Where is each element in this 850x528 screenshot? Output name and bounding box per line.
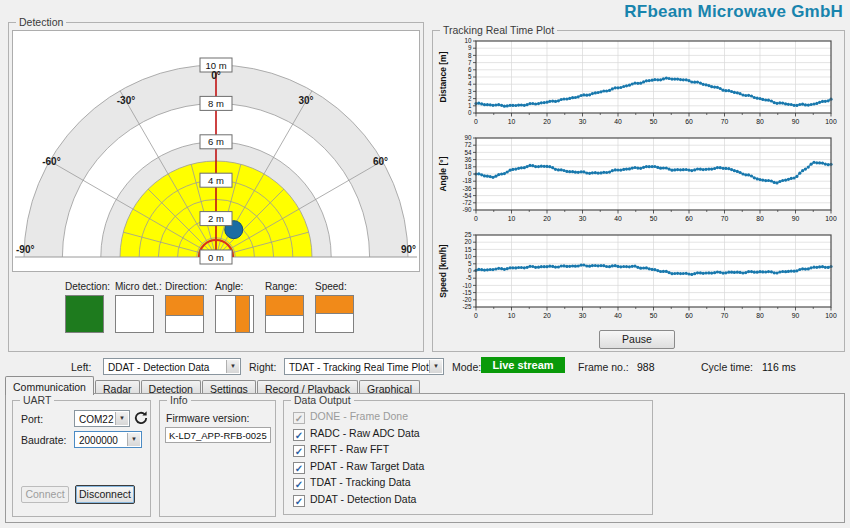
y-axis-title: Distance [m] [438, 51, 448, 102]
firmware-version-label: Firmware version: [166, 412, 249, 424]
firmware-version-value: K-LD7_APP-RFB-0025 [165, 427, 271, 443]
indicator-item: Direction: [165, 281, 204, 333]
indicator-label: Detection: [65, 281, 104, 295]
chart2-svg: -25-20-15-10-505101520250102030405060708… [436, 232, 841, 326]
baudrate-select[interactable]: 2000000 ▼ [74, 431, 142, 448]
checkbox-rfft[interactable]: ✓RFFT - Raw FFT [293, 443, 389, 457]
svg-text:1: 1 [468, 102, 472, 109]
svg-text:40: 40 [614, 215, 622, 222]
tab-communication[interactable]: Communication [5, 376, 94, 395]
checkbox-pdat[interactable]: ✓PDAT - Raw Target Data [293, 460, 424, 474]
svg-text:10: 10 [464, 38, 472, 44]
svg-text:60: 60 [685, 312, 693, 319]
info-group-title: Info [167, 394, 191, 406]
svg-text:0: 0 [468, 267, 472, 274]
svg-text:50: 50 [650, 312, 658, 319]
pause-button[interactable]: Pause [599, 330, 675, 349]
range-ring-label: 0 m [208, 252, 224, 263]
checkbox-tdat[interactable]: ✓TDAT - Tracking Data [293, 476, 411, 490]
indicator-label: Angle: [215, 281, 254, 295]
svg-text:60: 60 [685, 215, 693, 222]
indicator-box [315, 295, 354, 333]
y-axis-title: Speed [km/h] [438, 244, 448, 298]
indicator-box [165, 295, 204, 333]
checkbox-radc[interactable]: ✓RADC - Raw ADC Data [293, 427, 420, 441]
connect-button[interactable]: Connect [21, 486, 69, 503]
indicator-item: Speed: [315, 281, 354, 333]
checkbox-label: RFFT - Raw FFT [310, 443, 389, 455]
radar-svg: 10 m8 m6 m4 m2 m0 m0°-30°30°-60°60°-90°9… [13, 31, 419, 271]
svg-text:18: 18 [464, 163, 472, 170]
right-plot-label: Right: [249, 361, 276, 373]
svg-text:90: 90 [792, 118, 800, 125]
dropdown-arrow-icon: ▼ [115, 412, 128, 425]
svg-text:20: 20 [543, 215, 551, 222]
svg-text:20: 20 [543, 312, 551, 319]
angle-chart: -90-72-54-36-180183654729001020304050607… [436, 135, 841, 229]
svg-text:70: 70 [721, 118, 729, 125]
svg-text:9: 9 [468, 44, 472, 51]
checkbox-done: ✓DONE - Frame Done [293, 410, 408, 424]
svg-text:100: 100 [825, 215, 837, 222]
svg-text:40: 40 [614, 118, 622, 125]
port-select[interactable]: COM22 ▼ [74, 410, 130, 427]
checkbox-icon: ✓ [293, 478, 305, 490]
indicator-item: Angle: [215, 281, 254, 333]
svg-text:80: 80 [756, 118, 764, 125]
svg-text:60: 60 [685, 118, 693, 125]
svg-text:80: 80 [756, 215, 764, 222]
left-plot-label: Left: [71, 361, 91, 373]
svg-text:8: 8 [468, 52, 472, 59]
angle-label: 30° [298, 95, 313, 106]
angle-label: 90° [401, 244, 416, 255]
chart0-svg: 0123456789100102030405060708090100Distan… [436, 38, 841, 132]
checkbox-ddat[interactable]: ✓DDAT - Detection Data [293, 493, 416, 507]
svg-text:50: 50 [650, 118, 658, 125]
disconnect-button[interactable]: Disconnect [75, 485, 135, 504]
svg-text:0: 0 [468, 170, 472, 177]
cycle-time-value: 116 ms [762, 361, 796, 373]
angle-label: 0° [211, 70, 221, 81]
angle-label: -30° [117, 95, 135, 106]
port-label: Port: [21, 413, 43, 425]
indicator-box [115, 295, 154, 333]
data-output-group: Data Output ✓DONE - Frame Done✓RADC - Ra… [283, 400, 653, 515]
distance-chart: 0123456789100102030405060708090100Distan… [436, 38, 841, 132]
checkbox-icon: ✓ [293, 462, 305, 474]
indicator-item: Range: [265, 281, 304, 333]
svg-text:90: 90 [792, 215, 800, 222]
uart-group-title: UART [20, 394, 54, 406]
indicator-item: Micro det.: [115, 281, 154, 333]
info-group: Info Firmware version: K-LD7_APP-RFB-002… [159, 400, 276, 517]
range-ring-label: 2 m [208, 213, 224, 224]
svg-text:-15: -15 [462, 289, 472, 296]
checkbox-label: RADC - Raw ADC Data [310, 427, 420, 439]
svg-text:20: 20 [543, 118, 551, 125]
main-tabstrip: CommunicationRadarDetectionSettingsRecor… [5, 376, 421, 394]
svg-text:80: 80 [756, 312, 764, 319]
chart1-svg: -90-72-54-36-180183654729001020304050607… [436, 135, 841, 229]
svg-text:10: 10 [508, 215, 516, 222]
detection-panel: Detection 10 m8 m6 m4 m2 m0 m0°-30°30°-6… [8, 22, 424, 352]
dropdown-arrow-icon: ▼ [429, 360, 442, 373]
checkbox-label: TDAT - Tracking Data [310, 476, 411, 488]
communication-tab-page: UART Port: COM22 ▼ Baudrate: 2000000 ▼ C… [5, 393, 845, 523]
mode-status-badge: Live stream [481, 357, 565, 373]
y-axis-title: Angle [°] [438, 156, 448, 191]
left-plot-select[interactable]: DDAT - Detection Data ▼ [103, 358, 241, 375]
refresh-ports-button[interactable] [133, 410, 149, 426]
range-ring-label: 8 m [208, 98, 224, 109]
svg-text:70: 70 [721, 312, 729, 319]
right-plot-select[interactable]: TDAT - Tracking Real Time Plot ▼ [284, 358, 444, 375]
svg-text:6: 6 [468, 66, 472, 73]
svg-text:30: 30 [579, 215, 587, 222]
svg-text:10: 10 [508, 312, 516, 319]
angle-label: -90° [16, 244, 34, 255]
tracking-panel: Tracking Real Time Plot 0123456789100102… [432, 30, 845, 352]
svg-text:2: 2 [468, 95, 472, 102]
brand-title: RFbeam Microwave GmbH [624, 2, 843, 22]
svg-text:-90: -90 [462, 206, 472, 213]
indicator-box [215, 295, 254, 333]
frame-no-label: Frame no.: [578, 361, 629, 373]
svg-text:-25: -25 [462, 303, 472, 310]
